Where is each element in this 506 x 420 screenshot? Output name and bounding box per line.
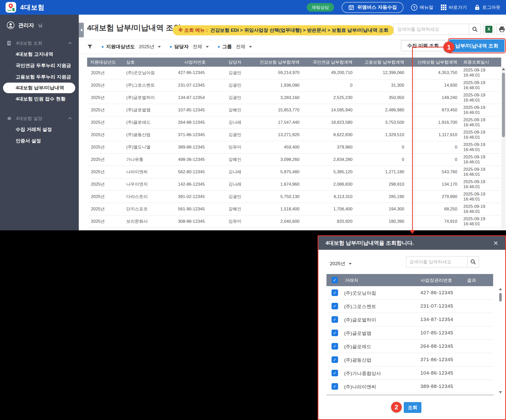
modal-search-icon-button[interactable] <box>467 256 479 267</box>
cell-company: (주)그로스멘트 <box>120 79 174 91</box>
bullet-dot-icon <box>102 46 104 48</box>
modal-year-select[interactable]: 2025년 <box>330 260 352 267</box>
modal-scrollbar[interactable] <box>499 288 502 393</box>
shortcut-link[interactable]: 바로가기 <box>441 4 467 10</box>
filter-item[interactable]: 그룹 전체 <box>218 43 252 50</box>
row-checkbox[interactable]: ✓ <box>332 330 338 336</box>
sidebar-item[interactable]: 국민연금 두루누리 지원금 <box>0 60 79 71</box>
collect-history-button[interactable]: 수집 이력 조회 <box>401 40 445 51</box>
table-row[interactable]: 2025년 (주)그로스멘트 231-07-12345 김광민 1,936,09… <box>87 79 501 91</box>
table-row[interactable]: 2025년 (주)엘도니엘 389-88-12345 임유미 459,400 3… <box>87 141 501 153</box>
sidebar-item[interactable]: 4대보험 민원 접수 현황 <box>0 93 79 105</box>
row-checkbox[interactable]: ✓ <box>332 356 338 363</box>
excel-icon: X <box>485 26 492 33</box>
cell-datetime: 2025-09-19 16:46:01 <box>461 91 501 104</box>
table-row[interactable]: 2025년 (주)굿모닝아침 427-86-12345 김광민 59,214,9… <box>87 67 501 79</box>
user-profile[interactable]: 관리자 님 <box>0 15 79 29</box>
filter-value[interactable]: 전체 <box>193 43 202 50</box>
table-row[interactable]: 2025년 (주)광동산업 371-86-12345 김광민 13,271,82… <box>87 129 501 141</box>
breadcrumb: ※ 조회 메뉴 : 건강보험 EDI > 위임사업장 선택(업무대행) > 받은… <box>173 25 394 35</box>
scroll-up-icon[interactable] <box>499 288 502 290</box>
cell-company: 단지스포츠 <box>120 203 174 215</box>
sidebar-item[interactable]: 4대보험 고지내역 <box>0 48 79 60</box>
payment-inquiry-button[interactable]: 납부/미납내역 조회 <box>449 39 504 52</box>
cell-company: 가나유통 <box>120 153 174 166</box>
modal-list-item[interactable]: ✓ (주)나라이엔씨 389-88-12345 <box>326 380 493 393</box>
search-input[interactable] <box>393 24 469 35</box>
auto-collect-button[interactable]: 위멤버스 자동수집 <box>342 2 403 13</box>
sidebar-item[interactable]: 인증서 설정 <box>0 135 79 146</box>
search-button[interactable] <box>469 24 481 35</box>
scrollbar-thumb[interactable] <box>499 293 502 302</box>
table-row[interactable]: 2025년 (주)글로벌앱 107-85-12345 강혜인 15,853,77… <box>87 104 501 116</box>
cell-health: 459,400 <box>250 141 303 153</box>
filter-item[interactable]: 담당자 전체 <box>170 43 209 50</box>
row-checkbox[interactable]: ✓ <box>332 303 338 309</box>
shortcut-label: 바로가기 <box>449 4 467 10</box>
manual-link[interactable]: ? 매뉴얼 <box>411 4 433 11</box>
table-row[interactable]: 2025년 (주)끌로에드 264-88-12345 김나래 17,547,44… <box>87 116 501 129</box>
row-checkbox[interactable]: ✓ <box>332 316 338 323</box>
filter-value[interactable]: 전체 <box>236 43 245 50</box>
app-logo[interactable]: 4대보험 <box>6 2 44 13</box>
sidebar-item[interactable]: 수집 거래처 설정 <box>0 124 79 135</box>
table-row[interactable]: 2025년 나라이엔씨 562-80-12345 김나래 5,875,480 5… <box>87 166 501 178</box>
sidebar-item[interactable]: 4대보험 납부/미납내역 <box>3 83 75 93</box>
cell-health: 17,547,440 <box>250 116 303 129</box>
scrollbar-thumb[interactable] <box>502 73 505 137</box>
cell-accident: 68,250 <box>408 203 461 215</box>
modal-col-result: 결과 <box>467 277 476 283</box>
modal-list-item[interactable]: ✓ (주)광동산업 371-86-12345 <box>326 353 493 366</box>
row-checkbox[interactable]: ✓ <box>332 289 338 296</box>
annotation-connector-line <box>412 47 413 231</box>
modal-col-client: 거래처 <box>345 277 358 283</box>
row-checkbox[interactable]: ✓ <box>332 370 338 376</box>
chat-consult-button[interactable]: 채팅상담 <box>307 3 334 12</box>
arrow-left-icon <box>80 29 82 32</box>
table-row[interactable]: 2025년 다라스토리 391-02-12345 김광민 5,750,130 6… <box>87 190 501 203</box>
row-checkbox[interactable]: ✓ <box>332 343 338 350</box>
logout-link[interactable]: 로그아웃 <box>474 4 500 10</box>
sidebar-section-settings[interactable]: 4대보험 설정 <box>0 113 79 124</box>
select-all-checkbox[interactable]: ✓ <box>332 277 338 283</box>
row-checkbox[interactable]: ✓ <box>332 383 338 390</box>
sidebar-section-inquiry[interactable]: 4대보험 조회 <box>0 38 79 48</box>
cell-pension: 2,525,230 <box>303 91 356 104</box>
table-row[interactable]: 2025년 나우이엔지 142-86-12345 김나래 1,674,960 2… <box>87 178 501 190</box>
print-button[interactable] <box>496 24 506 35</box>
divider <box>79 54 506 54</box>
table-row[interactable]: 2025년 보리문화사 308-88-12345 임유미 2,040,600 8… <box>87 215 501 228</box>
sidebar-collapse-button[interactable] <box>79 23 84 37</box>
modal-list-item[interactable]: ✓ (주)가나종합상사 104-86-12345 <box>326 366 493 380</box>
client-name: (주)글로벌앱 <box>344 330 371 337</box>
cell-year: 2025년 <box>87 79 120 91</box>
filter-value[interactable]: 2025년 <box>139 43 154 50</box>
modal-search-input[interactable] <box>406 256 467 267</box>
filter-label: 지원대상년도 <box>106 43 135 50</box>
modal-list-item[interactable]: ✓ (주)글로벌앱 107-85-12345 <box>326 326 493 340</box>
modal-inquiry-button[interactable]: 조회 <box>404 402 421 413</box>
scroll-down-icon[interactable] <box>499 391 502 393</box>
manual-label: 매뉴얼 <box>420 4 433 10</box>
cell-company: 나라이엔씨 <box>120 166 174 178</box>
chevron-up-icon <box>68 42 72 45</box>
cell-manager: 김광민 <box>221 190 250 203</box>
modal-list-item[interactable]: ✓ (주)글로벌하이 134-87-12354 <box>326 313 493 326</box>
modal-list-item[interactable]: ✓ (주)그로스멘트 231-07-12345 <box>326 300 493 313</box>
modal-list-item[interactable]: ✓ (주)굿모닝아침 427-86-12345 <box>326 286 493 300</box>
col-year: 지원대상년도 <box>87 58 120 67</box>
table-row[interactable]: 2025년 (주)글로벌하이 134-87-12354 김광민 3,283,16… <box>87 91 501 104</box>
excel-export-button[interactable]: X <box>483 24 494 35</box>
table-row[interactable]: 2025년 가나유통 498-36-12345 강혜인 3,098,260 2,… <box>87 153 501 166</box>
cell-biznum: 134-87-12354 <box>174 91 221 104</box>
cell-year: 2025년 <box>87 178 120 190</box>
table-scrollbar[interactable] <box>501 67 505 230</box>
sidebar-item[interactable]: 고용보험 두루누리 지원금 <box>0 71 79 83</box>
cell-accident: 149,240 <box>408 91 461 104</box>
client-name: (주)글로벌하이 <box>344 317 376 323</box>
modal-list-item[interactable]: ✓ (주)끌로에드 264-88-12345 <box>326 340 493 353</box>
table-row[interactable]: 2025년 단지스포츠 561-90-12345 강혜인 1,518,400 1… <box>87 203 501 215</box>
filter-item[interactable]: 지원대상년도 2025년 <box>102 43 161 50</box>
close-icon[interactable]: × <box>493 239 498 247</box>
scroll-up-icon[interactable] <box>502 68 505 70</box>
